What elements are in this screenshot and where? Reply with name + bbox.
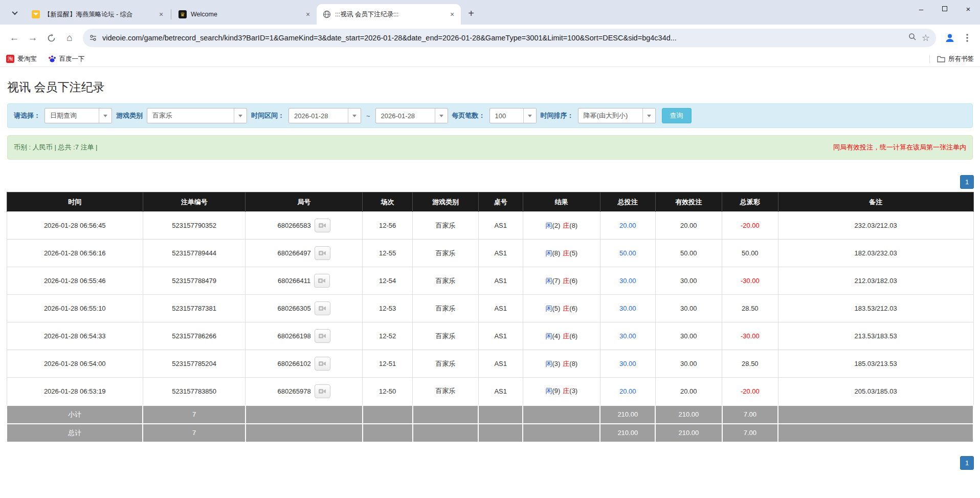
back-button[interactable]: ← [5, 29, 24, 47]
page-title: 视讯 会员下注纪录 [7, 79, 980, 95]
new-tab-button[interactable]: + [464, 6, 478, 20]
video-replay-button[interactable] [315, 246, 330, 260]
tab-forum[interactable]: 【新提醒】海燕策略论坛 - 综合 × [26, 4, 170, 25]
cell-session: 12-56 [363, 212, 413, 240]
cell-payout: -20.00 [722, 212, 778, 240]
result-banker-count: (6) [569, 305, 577, 312]
film-icon [318, 277, 326, 285]
cell-payout: -30.00 [722, 322, 778, 350]
close-icon[interactable]: × [448, 10, 457, 19]
tab-title: :::视讯 会员下注纪录::: [335, 10, 444, 19]
close-icon[interactable]: × [303, 10, 313, 19]
tab-search-button[interactable] [7, 5, 23, 20]
video-replay-button[interactable] [315, 301, 330, 315]
cell-round: 680266305 [246, 295, 363, 322]
video-replay-button[interactable] [314, 274, 330, 288]
cell-total-bet-link[interactable]: 30.00 [600, 295, 655, 322]
profile-avatar[interactable] [942, 30, 957, 46]
maximize-button[interactable] [933, 0, 956, 17]
cell-result: 闲(8)庄(5) [523, 240, 600, 267]
per-page-label: 每页笔数： [452, 111, 485, 120]
per-page-select[interactable]: 100 [489, 108, 537, 123]
cell-total-bet-link[interactable]: 30.00 [600, 350, 655, 378]
cell-round: 680266583 [246, 212, 363, 240]
url-bar[interactable]: videoie.com/game/betrecord_search/kind3?… [83, 29, 936, 47]
video-replay-button[interactable] [315, 357, 330, 371]
url-text[interactable]: videoie.com/game/betrecord_search/kind3?… [102, 34, 904, 42]
game-type-select[interactable]: 百家乐 [147, 108, 247, 123]
video-replay-button[interactable] [315, 384, 330, 398]
video-replay-button[interactable] [315, 219, 330, 232]
menu-kebab-icon[interactable] [960, 30, 975, 46]
round-number: 680266583 [278, 222, 311, 229]
dropdown-caret [642, 109, 655, 123]
game-type-value: 百家乐 [147, 111, 234, 120]
column-header: 总派彩 [722, 192, 778, 212]
baidu-paw-icon [48, 55, 56, 63]
result-player-count: (9) [552, 387, 560, 395]
forward-button[interactable]: → [24, 29, 42, 47]
summary-info-bar: 币别 : 人民币 | 总共 :7 注单 | 同局有效投注，统一计算在该局第一张注… [7, 135, 973, 160]
film-icon [318, 387, 327, 395]
round-number: 680265978 [278, 387, 311, 395]
date-end-select[interactable]: 2026-01-28 [375, 108, 448, 123]
cell-total-bet-link[interactable]: 30.00 [600, 322, 655, 350]
cell-valid-bet: 30.00 [655, 350, 722, 378]
cell-round: 680266497 [246, 240, 363, 267]
cell-result: 闲(5)庄(6) [523, 295, 600, 322]
result-player-label: 闲 [545, 332, 552, 340]
taobao-icon: 淘 [6, 55, 14, 63]
tab-betrecord-active[interactable]: :::视讯 会员下注纪录::: × [317, 4, 461, 25]
bookmark-baidu[interactable]: 百度一下 [48, 55, 85, 63]
cell-game: 百家乐 [413, 212, 479, 240]
film-icon [318, 222, 327, 229]
tab-bar: 【新提醒】海燕策略论坛 - 综合 × ♛ Welcome × :::视讯 会员下… [0, 0, 980, 25]
dropdown-caret [99, 109, 112, 123]
column-header: 结果 [523, 192, 600, 212]
cell-total-bet-link[interactable]: 20.00 [600, 212, 655, 240]
total-payout: 7.00 [722, 424, 778, 442]
film-icon [318, 305, 327, 312]
result-banker-count: (3) [569, 387, 577, 395]
close-icon[interactable]: × [157, 10, 166, 19]
minimize-button[interactable]: – [909, 0, 933, 17]
tab-welcome[interactable]: ♛ Welcome × [172, 4, 317, 25]
page-1-button[interactable]: 1 [960, 175, 974, 189]
maximize-icon [942, 6, 947, 11]
result-player-label: 闲 [545, 222, 552, 229]
result-player-count: (4) [552, 332, 560, 340]
zoom-icon[interactable] [908, 33, 917, 43]
cell-table-no: AS1 [478, 212, 523, 240]
close-window-button[interactable]: × [956, 0, 980, 17]
cell-result: 闲(7)庄(6) [523, 267, 600, 295]
cell-round: 680265978 [246, 378, 363, 405]
column-header: 游戏类别 [413, 192, 479, 212]
cell-total-bet-link[interactable]: 20.00 [600, 378, 655, 405]
reload-button[interactable] [42, 29, 60, 47]
cell-session: 12-51 [363, 350, 413, 378]
round-number: 680266305 [278, 305, 311, 312]
cell-total-bet-link[interactable]: 30.00 [600, 267, 655, 295]
all-bookmarks-button[interactable]: 所有书签 [929, 55, 974, 63]
page-1-button[interactable]: 1 [960, 456, 974, 470]
site-info-icon[interactable] [89, 34, 97, 42]
cell-note: 212.03/182.03 [778, 267, 973, 295]
search-button[interactable]: 查询 [662, 108, 692, 123]
cell-payout: -20.00 [722, 378, 778, 405]
date-start-select[interactable]: 2026-01-28 [288, 108, 361, 123]
query-type-select[interactable]: 日期查询 [44, 108, 112, 123]
cell-total-bet-link[interactable]: 50.00 [600, 240, 655, 267]
sort-select[interactable]: 降幂(由大到小) [578, 108, 656, 123]
result-player-count: (8) [552, 249, 560, 257]
subtotal-payout: 7.00 [722, 405, 778, 424]
cell-bet-id: 523157787381 [143, 295, 245, 322]
subtotal-total-bet: 210.00 [600, 405, 655, 424]
bookmark-star-icon[interactable]: ☆ [922, 32, 930, 44]
bookmark-taobao[interactable]: 淘 爱淘宝 [6, 55, 37, 63]
video-replay-button[interactable] [315, 329, 330, 343]
bet-records-table: 时间注单编号局号场次游戏类别桌号结果总投注有效投注总派彩备注 2026-01-2… [6, 192, 974, 443]
tab-title: 【新提醒】海燕策略论坛 - 综合 [44, 10, 153, 19]
home-button[interactable]: ⌂ [60, 29, 79, 47]
cell-time: 2026-01-28 06:56:16 [7, 240, 143, 267]
cell-game: 百家乐 [413, 350, 479, 378]
